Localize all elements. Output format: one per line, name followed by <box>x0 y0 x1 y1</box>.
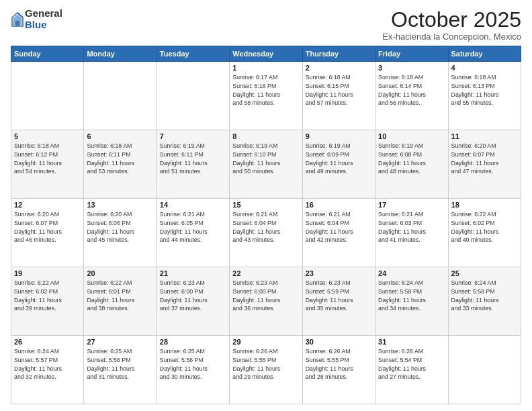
day-info: Sunrise: 6:23 AMSunset: 5:59 PMDaylight:… <box>306 279 372 313</box>
day-number: 31 <box>378 338 445 346</box>
day-info: Sunrise: 6:25 AMSunset: 5:56 PMDaylight:… <box>160 347 226 381</box>
day-info: Sunrise: 6:21 AMSunset: 6:04 PMDaylight:… <box>306 210 372 244</box>
calendar-cell-w2-d5: 10Sunrise: 6:19 AMSunset: 6:08 PMDayligh… <box>375 130 448 199</box>
calendar-cell-w1-d0 <box>11 62 84 130</box>
calendar-cell-w5-d0: 26Sunrise: 6:24 AMSunset: 5:57 PMDayligh… <box>11 336 84 404</box>
day-info: Sunrise: 6:26 AMSunset: 5:54 PMDaylight:… <box>378 347 445 381</box>
calendar-cell-w4-d2: 21Sunrise: 6:23 AMSunset: 6:00 PMDayligh… <box>157 267 229 336</box>
day-info: Sunrise: 6:22 AMSunset: 6:02 PMDaylight:… <box>451 210 518 244</box>
day-info: Sunrise: 6:24 AMSunset: 5:58 PMDaylight:… <box>451 279 518 313</box>
day-number: 4 <box>451 64 518 72</box>
logo-icon <box>11 12 24 27</box>
day-info: Sunrise: 6:21 AMSunset: 6:03 PMDaylight:… <box>378 210 445 244</box>
day-number: 25 <box>451 269 518 277</box>
page: General Blue October 2025 Ex-hacienda la… <box>0 0 532 411</box>
calendar-cell-w1-d2 <box>157 62 229 130</box>
calendar-cell-w2-d3: 8Sunrise: 6:19 AMSunset: 6:10 PMDaylight… <box>230 130 302 199</box>
calendar-cell-w2-d6: 11Sunrise: 6:20 AMSunset: 6:07 PMDayligh… <box>448 130 521 199</box>
day-number: 28 <box>160 338 226 346</box>
day-number: 27 <box>87 338 153 346</box>
day-info: Sunrise: 6:19 AMSunset: 6:09 PMDaylight:… <box>306 142 372 176</box>
day-info: Sunrise: 6:22 AMSunset: 6:02 PMDaylight:… <box>14 279 81 313</box>
day-number: 22 <box>232 269 299 277</box>
day-number: 21 <box>160 269 226 277</box>
calendar-cell-w3-d6: 18Sunrise: 6:22 AMSunset: 6:02 PMDayligh… <box>448 199 521 267</box>
day-number: 24 <box>378 269 445 277</box>
day-info: Sunrise: 6:19 AMSunset: 6:11 PMDaylight:… <box>160 142 226 176</box>
day-info: Sunrise: 6:18 AMSunset: 6:15 PMDaylight:… <box>306 73 372 107</box>
day-number: 9 <box>306 132 372 140</box>
day-info: Sunrise: 6:26 AMSunset: 5:55 PMDaylight:… <box>306 347 372 381</box>
logo-general: General <box>25 8 62 19</box>
month-title: October 2025 <box>382 8 521 32</box>
header-monday: Monday <box>84 46 157 62</box>
day-info: Sunrise: 6:18 AMSunset: 6:12 PMDaylight:… <box>14 142 81 176</box>
day-number: 18 <box>451 201 518 209</box>
day-number: 30 <box>306 338 372 346</box>
day-info: Sunrise: 6:19 AMSunset: 6:08 PMDaylight:… <box>378 142 445 176</box>
day-info: Sunrise: 6:22 AMSunset: 6:01 PMDaylight:… <box>87 279 153 313</box>
calendar-cell-w1-d4: 2Sunrise: 6:18 AMSunset: 6:15 PMDaylight… <box>302 62 375 130</box>
calendar-cell-w2-d2: 7Sunrise: 6:19 AMSunset: 6:11 PMDaylight… <box>157 130 229 199</box>
calendar-cell-w5-d5: 31Sunrise: 6:26 AMSunset: 5:54 PMDayligh… <box>375 336 448 404</box>
header: General Blue October 2025 Ex-hacienda la… <box>11 8 521 42</box>
calendar-week-4: 19Sunrise: 6:22 AMSunset: 6:02 PMDayligh… <box>11 267 521 336</box>
day-number: 19 <box>14 269 81 277</box>
calendar-cell-w4-d6: 25Sunrise: 6:24 AMSunset: 5:58 PMDayligh… <box>448 267 521 336</box>
header-saturday: Saturday <box>448 46 521 62</box>
day-info: Sunrise: 6:24 AMSunset: 5:58 PMDaylight:… <box>378 279 445 313</box>
calendar-cell-w2-d1: 6Sunrise: 6:18 AMSunset: 6:11 PMDaylight… <box>84 130 157 199</box>
day-number: 20 <box>87 269 153 277</box>
day-info: Sunrise: 6:20 AMSunset: 6:06 PMDaylight:… <box>87 210 153 244</box>
day-info: Sunrise: 6:18 AMSunset: 6:14 PMDaylight:… <box>378 73 445 107</box>
calendar-cell-w1-d6: 4Sunrise: 6:18 AMSunset: 6:13 PMDaylight… <box>448 62 521 130</box>
day-info: Sunrise: 6:23 AMSunset: 6:00 PMDaylight:… <box>232 279 299 313</box>
calendar-cell-w4-d0: 19Sunrise: 6:22 AMSunset: 6:02 PMDayligh… <box>11 267 84 336</box>
day-info: Sunrise: 6:24 AMSunset: 5:57 PMDaylight:… <box>14 347 81 381</box>
title-block: October 2025 Ex-hacienda la Concepcion, … <box>382 8 521 42</box>
day-info: Sunrise: 6:23 AMSunset: 6:00 PMDaylight:… <box>160 279 226 313</box>
day-info: Sunrise: 6:18 AMSunset: 6:13 PMDaylight:… <box>451 73 518 107</box>
calendar-cell-w5-d3: 29Sunrise: 6:26 AMSunset: 5:55 PMDayligh… <box>230 336 302 404</box>
day-number: 17 <box>378 201 445 209</box>
calendar-cell-w3-d4: 16Sunrise: 6:21 AMSunset: 6:04 PMDayligh… <box>302 199 375 267</box>
day-number: 6 <box>87 132 153 140</box>
calendar-cell-w3-d0: 12Sunrise: 6:20 AMSunset: 6:07 PMDayligh… <box>11 199 84 267</box>
day-info: Sunrise: 6:20 AMSunset: 6:07 PMDaylight:… <box>451 142 518 176</box>
day-number: 23 <box>306 269 372 277</box>
day-number: 8 <box>232 132 299 140</box>
day-info: Sunrise: 6:17 AMSunset: 6:16 PMDaylight:… <box>232 73 299 107</box>
calendar-cell-w3-d5: 17Sunrise: 6:21 AMSunset: 6:03 PMDayligh… <box>375 199 448 267</box>
calendar-cell-w3-d1: 13Sunrise: 6:20 AMSunset: 6:06 PMDayligh… <box>84 199 157 267</box>
calendar-cell-w5-d2: 28Sunrise: 6:25 AMSunset: 5:56 PMDayligh… <box>157 336 229 404</box>
day-number: 11 <box>451 132 518 140</box>
logo-blue: Blue <box>25 19 62 31</box>
day-info: Sunrise: 6:20 AMSunset: 6:07 PMDaylight:… <box>14 210 81 244</box>
header-thursday: Thursday <box>302 46 375 62</box>
calendar-cell-w5-d1: 27Sunrise: 6:25 AMSunset: 5:56 PMDayligh… <box>84 336 157 404</box>
calendar-table: Sunday Monday Tuesday Wednesday Thursday… <box>11 46 521 404</box>
day-info: Sunrise: 6:26 AMSunset: 5:55 PMDaylight:… <box>232 347 299 381</box>
calendar-week-3: 12Sunrise: 6:20 AMSunset: 6:07 PMDayligh… <box>11 199 521 267</box>
day-number: 16 <box>306 201 372 209</box>
day-info: Sunrise: 6:19 AMSunset: 6:10 PMDaylight:… <box>232 142 299 176</box>
calendar-cell-w5-d6 <box>448 336 521 404</box>
calendar-cell-w1-d1 <box>84 62 157 130</box>
day-info: Sunrise: 6:18 AMSunset: 6:11 PMDaylight:… <box>87 142 153 176</box>
day-info: Sunrise: 6:21 AMSunset: 6:04 PMDaylight:… <box>232 210 299 244</box>
day-number: 15 <box>232 201 299 209</box>
day-number: 29 <box>232 338 299 346</box>
day-number: 12 <box>14 201 81 209</box>
day-number: 26 <box>14 338 81 346</box>
day-number: 7 <box>160 132 226 140</box>
day-info: Sunrise: 6:25 AMSunset: 5:56 PMDaylight:… <box>87 347 153 381</box>
calendar-cell-w4-d1: 20Sunrise: 6:22 AMSunset: 6:01 PMDayligh… <box>84 267 157 336</box>
calendar-cell-w2-d4: 9Sunrise: 6:19 AMSunset: 6:09 PMDaylight… <box>302 130 375 199</box>
calendar-cell-w1-d3: 1Sunrise: 6:17 AMSunset: 6:16 PMDaylight… <box>230 62 302 130</box>
calendar-cell-w3-d3: 15Sunrise: 6:21 AMSunset: 6:04 PMDayligh… <box>230 199 302 267</box>
calendar-cell-w4-d3: 22Sunrise: 6:23 AMSunset: 6:00 PMDayligh… <box>230 267 302 336</box>
svg-rect-3 <box>15 21 19 26</box>
day-number: 3 <box>378 64 445 72</box>
calendar-cell-w2-d0: 5Sunrise: 6:18 AMSunset: 6:12 PMDaylight… <box>11 130 84 199</box>
calendar-cell-w4-d5: 24Sunrise: 6:24 AMSunset: 5:58 PMDayligh… <box>375 267 448 336</box>
